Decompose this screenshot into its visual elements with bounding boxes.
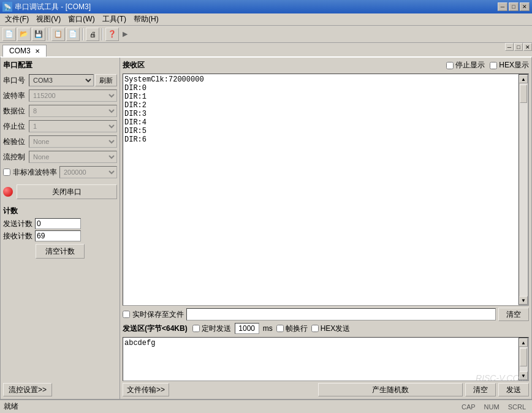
toolbar: 📄 📂 💾 📋 📄 🖨 ❓ ▶ [0, 26, 532, 43]
data-bits-row: 数据位 8 [3, 105, 117, 117]
receive-textarea[interactable]: SystemClk:72000000 DIR:0 DIR:1 DIR:2 DIR… [123, 74, 519, 305]
hex-send-label[interactable]: HEX发送 [311, 324, 351, 334]
port-label: 串口号 [3, 75, 29, 86]
stop-display-checkbox[interactable] [446, 62, 454, 69]
toolbar-separator3 [102, 28, 103, 40]
open-port-button[interactable]: 关闭串口 [17, 184, 117, 199]
scrollbar-up-button[interactable]: ▲ [519, 75, 528, 83]
send-options: 定时发送 ms 帧换行 HEX发送 [192, 323, 351, 334]
file-transfer-button[interactable]: 文件传输>> [123, 383, 169, 396]
print-button[interactable]: 🖨 [86, 28, 99, 41]
save-file-input[interactable] [186, 308, 496, 320]
timed-interval-input[interactable] [235, 323, 259, 334]
mdi-maximize-button[interactable]: □ [514, 43, 523, 51]
title-bar: 📡 串口调试工具 - [COM3] ─ □ ✕ [0, 0, 532, 13]
menu-view[interactable]: 视图(V) [32, 13, 64, 26]
tab-close-icon[interactable]: ✕ [35, 48, 40, 55]
send-scrollbar[interactable]: ▲ ▼ [519, 338, 528, 381]
menu-help[interactable]: 帮助(H) [130, 13, 162, 26]
menu-tools[interactable]: 工具(T) [99, 13, 130, 26]
status-indicators: CAP NUM SCRL [459, 403, 528, 411]
toolbar-separator2 [82, 28, 83, 40]
save-button[interactable]: 💾 [32, 28, 45, 41]
stop-bits-select[interactable]: 1 [29, 120, 117, 132]
left-panel: 串口配置 串口号 COM3 刷新 波特率 115200 数据位 8 停止位 1 [1, 58, 120, 399]
nonstandard-checkbox[interactable] [3, 169, 10, 176]
new-button[interactable]: 📄 [2, 28, 16, 41]
clear-receive-button[interactable]: 清空 [498, 308, 529, 321]
port-select[interactable]: COM3 [29, 74, 94, 86]
receive-header: 接收区 停止显示 HEX显示 [123, 60, 529, 70]
hex-display-label[interactable]: HEX显示 [490, 60, 529, 70]
scrollbar-thumb[interactable] [520, 85, 527, 103]
toolbar-extra: ▶ [123, 30, 127, 38]
toolbar-separator [48, 28, 49, 40]
tab-bar: COM3 ✕ ─ □ ✕ [0, 43, 532, 56]
menu-bar: 文件(F) 视图(V) 窗口(W) 工具(T) 帮助(H) [0, 13, 532, 26]
send-scrollbar-up-button[interactable]: ▲ [519, 338, 528, 347]
hex-display-checkbox[interactable] [490, 62, 497, 69]
stop-bits-label: 停止位 [3, 121, 29, 132]
scrollbar-down-button[interactable]: ▼ [519, 296, 528, 305]
port-row: 串口号 COM3 刷新 [3, 74, 117, 86]
paste-button[interactable]: 📄 [66, 28, 80, 41]
main-content: 串口配置 串口号 COM3 刷新 波特率 115200 数据位 8 停止位 1 [0, 56, 532, 400]
close-button[interactable]: ✕ [520, 2, 530, 11]
ms-label: ms [263, 324, 273, 333]
refresh-button[interactable]: 刷新 [95, 74, 117, 86]
mdi-minimize-button[interactable]: ─ [505, 43, 514, 51]
send-textarea[interactable]: abcdefg [123, 338, 519, 381]
baud-select[interactable]: 115200 [29, 89, 117, 102]
send-count-row: 发送计数 [3, 218, 117, 229]
random-button[interactable]: 产生随机数 [318, 383, 463, 396]
copy-button[interactable]: 📋 [51, 28, 65, 41]
tab-com3[interactable]: COM3 ✕ [2, 45, 47, 57]
stop-display-label[interactable]: 停止显示 [446, 60, 485, 70]
count-section: 计数 发送计数 接收计数 清空计数 [3, 206, 117, 261]
send-scrollbar-thumb[interactable] [520, 348, 527, 366]
send-title: 发送区(字节<64KB) [123, 324, 188, 334]
save-file-text: 实时保存至文件 [132, 309, 184, 320]
clear-send-button[interactable]: 清空 [465, 383, 496, 396]
receive-options: 停止显示 HEX显示 [446, 60, 529, 70]
timed-send-checkbox[interactable] [192, 325, 200, 332]
parity-select[interactable]: None [29, 135, 117, 148]
send-count-label: 发送计数 [3, 219, 35, 229]
send-scrollbar-track [519, 347, 528, 371]
nonstandard-select[interactable]: 200000 [59, 166, 117, 178]
menu-file[interactable]: 文件(F) [1, 13, 32, 26]
scrollbar-track [519, 83, 528, 296]
data-bits-label: 数据位 [3, 106, 29, 116]
help-button[interactable]: ❓ [105, 28, 119, 41]
send-button[interactable]: 发送 [498, 383, 529, 396]
title-text: 串口调试工具 - [COM3] [15, 2, 498, 12]
clear-count-button[interactable]: 清空计数 [36, 244, 85, 259]
recv-count-label: 接收计数 [3, 231, 35, 241]
save-file-checkbox[interactable] [123, 311, 130, 318]
tab-label: COM3 [9, 47, 31, 55]
flow-settings-button[interactable]: 流控设置>> [3, 383, 52, 396]
frame-switch-label[interactable]: 帧换行 [276, 324, 308, 334]
right-panel: 接收区 停止显示 HEX显示 SystemClk:72000000 DIR:0 … [120, 58, 531, 399]
parity-row: 检验位 None [3, 135, 117, 148]
open-button[interactable]: 📂 [17, 28, 31, 41]
recv-count-row: 接收计数 [3, 230, 117, 241]
recv-count-input[interactable] [35, 230, 81, 241]
receive-scrollbar[interactable]: ▲ ▼ [519, 74, 528, 305]
flow-control-row: 流控制 None [3, 151, 117, 163]
send-count-input[interactable] [35, 218, 81, 229]
window-controls: ─ □ ✕ [498, 2, 530, 11]
maximize-button[interactable]: □ [509, 2, 519, 11]
mdi-close-button[interactable]: ✕ [523, 43, 532, 51]
parity-label: 检验位 [3, 137, 29, 147]
send-container: abcdefg ▲ ▼ [123, 337, 529, 381]
save-file-label[interactable]: 实时保存至文件 [123, 309, 184, 320]
frame-switch-checkbox[interactable] [276, 325, 284, 332]
hex-send-checkbox[interactable] [311, 325, 319, 332]
data-bits-select[interactable]: 8 [29, 105, 117, 117]
timed-send-label[interactable]: 定时发送 [192, 324, 231, 334]
send-scrollbar-down-button[interactable]: ▼ [519, 371, 528, 380]
minimize-button[interactable]: ─ [498, 2, 507, 11]
menu-window[interactable]: 窗口(W) [64, 13, 98, 26]
flow-control-select[interactable]: None [29, 151, 117, 163]
